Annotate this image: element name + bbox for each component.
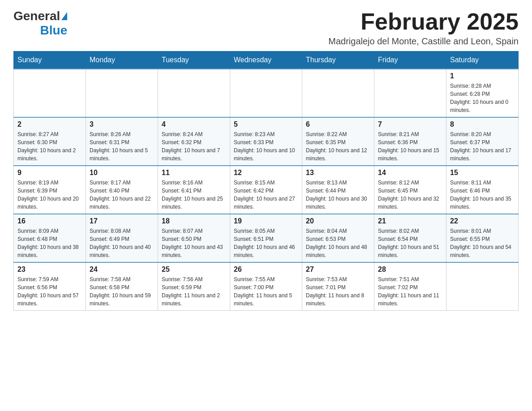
day-number: 9 [17, 169, 82, 177]
day-number: 2 [17, 120, 82, 128]
calendar-cell: 28Sunrise: 7:51 AM Sunset: 7:02 PM Dayli… [374, 262, 446, 311]
day-number: 1 [450, 72, 515, 80]
calendar-cell: 18Sunrise: 8:07 AM Sunset: 6:50 PM Dayli… [158, 214, 230, 262]
calendar-cell: 9Sunrise: 8:19 AM Sunset: 6:39 PM Daylig… [14, 166, 86, 214]
calendar-cell: 12Sunrise: 8:15 AM Sunset: 6:42 PM Dayli… [230, 166, 302, 214]
calendar-cell: 14Sunrise: 8:12 AM Sunset: 6:45 PM Dayli… [374, 166, 446, 214]
day-number: 12 [234, 169, 298, 177]
calendar-cell: 22Sunrise: 8:01 AM Sunset: 6:55 PM Dayli… [446, 214, 519, 262]
day-info: Sunrise: 7:56 AM Sunset: 6:59 PM Dayligh… [162, 275, 226, 308]
calendar-cell: 4Sunrise: 8:24 AM Sunset: 6:32 PM Daylig… [158, 117, 230, 166]
day-number: 4 [162, 120, 226, 128]
day-info: Sunrise: 8:16 AM Sunset: 6:41 PM Dayligh… [162, 179, 226, 211]
day-number: 22 [450, 217, 515, 225]
day-info: Sunrise: 8:08 AM Sunset: 6:49 PM Dayligh… [90, 227, 154, 259]
calendar-cell: 11Sunrise: 8:16 AM Sunset: 6:41 PM Dayli… [158, 166, 230, 214]
calendar-cell: 8Sunrise: 8:20 AM Sunset: 6:37 PM Daylig… [446, 117, 519, 166]
day-info: Sunrise: 8:28 AM Sunset: 6:28 PM Dayligh… [450, 82, 515, 114]
day-number: 25 [162, 265, 226, 274]
day-number: 13 [306, 169, 370, 177]
day-number: 5 [234, 120, 298, 128]
calendar-cell: 10Sunrise: 8:17 AM Sunset: 6:40 PM Dayli… [86, 166, 158, 214]
weekday-header-sunday: Sunday [14, 51, 86, 69]
calendar-cell: 13Sunrise: 8:13 AM Sunset: 6:44 PM Dayli… [302, 166, 374, 214]
calendar-cell: 20Sunrise: 8:04 AM Sunset: 6:53 PM Dayli… [302, 214, 374, 262]
day-info: Sunrise: 8:26 AM Sunset: 6:31 PM Dayligh… [90, 130, 154, 163]
day-number: 11 [162, 169, 226, 177]
day-info: Sunrise: 8:01 AM Sunset: 6:55 PM Dayligh… [450, 227, 515, 259]
day-number: 19 [234, 217, 298, 225]
day-number: 6 [306, 120, 370, 128]
day-info: Sunrise: 8:11 AM Sunset: 6:46 PM Dayligh… [450, 179, 515, 211]
calendar-cell: 3Sunrise: 8:26 AM Sunset: 6:31 PM Daylig… [86, 117, 158, 166]
calendar-cell: 19Sunrise: 8:05 AM Sunset: 6:51 PM Dayli… [230, 214, 302, 262]
calendar-cell: 2Sunrise: 8:27 AM Sunset: 6:30 PM Daylig… [14, 117, 86, 166]
logo-general-text: General [13, 9, 60, 23]
day-number: 15 [450, 169, 515, 177]
day-number: 24 [90, 265, 154, 274]
calendar-cell: 24Sunrise: 7:58 AM Sunset: 6:58 PM Dayli… [86, 262, 158, 311]
month-title: February 2025 [328, 9, 519, 34]
day-info: Sunrise: 7:51 AM Sunset: 7:02 PM Dayligh… [378, 275, 442, 308]
day-number: 3 [90, 120, 154, 128]
page-header: General Blue February 2025 Madrigalejo d… [13, 9, 519, 47]
calendar-cell: 1Sunrise: 8:28 AM Sunset: 6:28 PM Daylig… [446, 69, 519, 117]
calendar-cell [14, 69, 86, 117]
location-subtitle: Madrigalejo del Monte, Castille and Leon… [328, 36, 519, 47]
day-info: Sunrise: 8:09 AM Sunset: 6:48 PM Dayligh… [17, 227, 82, 259]
day-number: 17 [90, 217, 154, 225]
weekday-header-wednesday: Wednesday [230, 51, 302, 69]
day-info: Sunrise: 8:24 AM Sunset: 6:32 PM Dayligh… [162, 130, 226, 163]
logo-blue-text: Blue [40, 23, 68, 38]
day-info: Sunrise: 8:27 AM Sunset: 6:30 PM Dayligh… [17, 130, 82, 163]
calendar-cell: 25Sunrise: 7:56 AM Sunset: 6:59 PM Dayli… [158, 262, 230, 311]
calendar-cell [446, 262, 519, 311]
calendar-cell: 16Sunrise: 8:09 AM Sunset: 6:48 PM Dayli… [14, 214, 86, 262]
day-number: 23 [17, 265, 82, 274]
calendar-cell: 15Sunrise: 8:11 AM Sunset: 6:46 PM Dayli… [446, 166, 519, 214]
day-number: 21 [378, 217, 442, 225]
day-info: Sunrise: 7:59 AM Sunset: 6:56 PM Dayligh… [17, 275, 82, 308]
calendar-cell: 6Sunrise: 8:22 AM Sunset: 6:35 PM Daylig… [302, 117, 374, 166]
calendar-cell: 7Sunrise: 8:21 AM Sunset: 6:36 PM Daylig… [374, 117, 446, 166]
day-info: Sunrise: 8:23 AM Sunset: 6:33 PM Dayligh… [234, 130, 298, 163]
day-number: 7 [378, 120, 442, 128]
weekday-header-row: SundayMondayTuesdayWednesdayThursdayFrid… [14, 51, 519, 69]
calendar-cell [302, 69, 374, 117]
day-info: Sunrise: 8:05 AM Sunset: 6:51 PM Dayligh… [234, 227, 298, 259]
calendar-week-row: 16Sunrise: 8:09 AM Sunset: 6:48 PM Dayli… [14, 214, 519, 262]
calendar-cell: 5Sunrise: 8:23 AM Sunset: 6:33 PM Daylig… [230, 117, 302, 166]
day-info: Sunrise: 8:15 AM Sunset: 6:42 PM Dayligh… [234, 179, 298, 211]
day-info: Sunrise: 8:04 AM Sunset: 6:53 PM Dayligh… [306, 227, 370, 259]
calendar-cell: 17Sunrise: 8:08 AM Sunset: 6:49 PM Dayli… [86, 214, 158, 262]
weekday-header-friday: Friday [374, 51, 446, 69]
day-info: Sunrise: 8:17 AM Sunset: 6:40 PM Dayligh… [90, 179, 154, 211]
logo-triangle-icon [61, 12, 67, 20]
calendar-week-row: 2Sunrise: 8:27 AM Sunset: 6:30 PM Daylig… [14, 117, 519, 166]
day-info: Sunrise: 8:12 AM Sunset: 6:45 PM Dayligh… [378, 179, 442, 211]
calendar-cell [374, 69, 446, 117]
weekday-header-thursday: Thursday [302, 51, 374, 69]
day-number: 8 [450, 120, 515, 128]
calendar-week-row: 9Sunrise: 8:19 AM Sunset: 6:39 PM Daylig… [14, 166, 519, 214]
weekday-header-monday: Monday [86, 51, 158, 69]
weekday-header-saturday: Saturday [446, 51, 519, 69]
calendar-cell: 21Sunrise: 8:02 AM Sunset: 6:54 PM Dayli… [374, 214, 446, 262]
day-info: Sunrise: 8:20 AM Sunset: 6:37 PM Dayligh… [450, 130, 515, 163]
day-info: Sunrise: 7:55 AM Sunset: 7:00 PM Dayligh… [234, 275, 298, 308]
day-info: Sunrise: 8:19 AM Sunset: 6:39 PM Dayligh… [17, 179, 82, 211]
day-number: 27 [306, 265, 370, 274]
calendar-table: SundayMondayTuesdayWednesdayThursdayFrid… [13, 51, 519, 311]
calendar-cell: 23Sunrise: 7:59 AM Sunset: 6:56 PM Dayli… [14, 262, 86, 311]
day-number: 18 [162, 217, 226, 225]
weekday-header-tuesday: Tuesday [158, 51, 230, 69]
day-info: Sunrise: 7:53 AM Sunset: 7:01 PM Dayligh… [306, 275, 370, 308]
day-number: 16 [17, 217, 82, 225]
day-number: 26 [234, 265, 298, 274]
title-section: February 2025 Madrigalejo del Monte, Cas… [328, 9, 519, 47]
calendar-week-row: 23Sunrise: 7:59 AM Sunset: 6:56 PM Dayli… [14, 262, 519, 311]
day-number: 10 [90, 169, 154, 177]
calendar-week-row: 1Sunrise: 8:28 AM Sunset: 6:28 PM Daylig… [14, 69, 519, 117]
day-info: Sunrise: 7:58 AM Sunset: 6:58 PM Dayligh… [90, 275, 154, 308]
calendar-cell [158, 69, 230, 117]
